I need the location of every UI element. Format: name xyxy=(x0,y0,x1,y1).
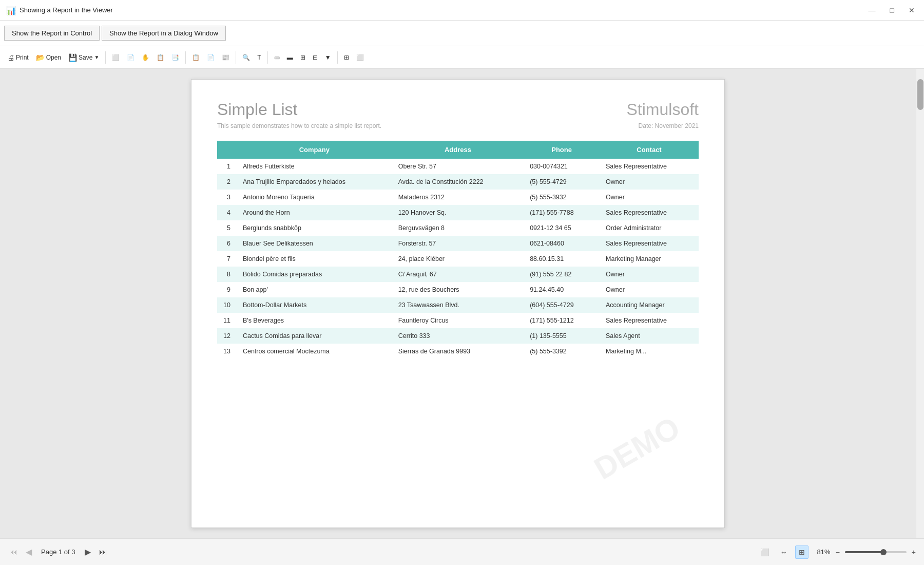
tb-btn-pg2[interactable]: 📄 xyxy=(204,52,218,63)
table-cell: Bólido Comidas preparadas xyxy=(237,267,392,282)
table-cell: 91.24.45.40 xyxy=(524,282,600,297)
tb-layout4-btn[interactable]: ⊟ xyxy=(310,52,321,63)
tb-fullscreen-btn[interactable]: ⬜ xyxy=(353,52,367,63)
statusbar-right: ⬜ ↔ ⊞ 81% − + xyxy=(757,545,918,559)
table-row: 11B's BeveragesFauntleroy Circus(171) 55… xyxy=(217,313,699,328)
show-in-dialog-button[interactable]: Show the Report in a Dialog Window xyxy=(102,26,226,41)
print-label: Print xyxy=(16,54,29,61)
toolbar: 🖨 Print 📂 Open 💾 Save ▼ ⬜ 📄 ✋ 📋 📑 📋 📄 📰 … xyxy=(0,46,924,69)
tb-page-btn[interactable]: ⬜ xyxy=(109,52,123,63)
tb-copy-btn[interactable]: 📋 xyxy=(153,52,167,63)
table-cell: Owner xyxy=(600,282,699,297)
fit-width-button[interactable]: ↔ xyxy=(777,545,791,559)
tb-search-btn[interactable]: 🔍 xyxy=(239,52,253,63)
table-cell: Sales Representative xyxy=(600,313,699,328)
row-number: 8 xyxy=(217,267,237,282)
table-cell: Owner xyxy=(600,174,699,190)
table-cell: Mataderos 2312 xyxy=(392,190,524,205)
open-icon: 📂 xyxy=(36,53,45,62)
table-row: 12Cactus Comidas para llevarCerrito 333(… xyxy=(217,328,699,344)
tb-btn-pg1[interactable]: 📋 xyxy=(189,52,203,63)
zoom-slider[interactable] xyxy=(845,551,907,553)
next-page-button[interactable]: ▶ xyxy=(82,545,94,559)
report-subtitle: This sample demonstrates how to create a… xyxy=(217,122,381,129)
table-cell: Centros comercial Moctezuma xyxy=(237,344,392,359)
pg3-icon: 📰 xyxy=(222,54,229,61)
table-cell: Fauntleroy Circus xyxy=(392,313,524,328)
chevron-down-icon: ▼ xyxy=(325,54,331,61)
single-page-view-button[interactable]: ⬜ xyxy=(757,545,773,559)
table-cell: (1) 135-5555 xyxy=(524,328,600,344)
first-page-button[interactable]: ⏮ xyxy=(6,545,21,559)
maximize-button[interactable]: □ xyxy=(887,5,897,15)
row-number: 1 xyxy=(217,159,237,174)
open-button[interactable]: 📂 Open xyxy=(33,51,64,64)
table-cell: 24, place Kléber xyxy=(392,251,524,267)
print-icon: 🖨 xyxy=(7,53,14,62)
table-cell: Antonio Moreno Taquería xyxy=(237,190,392,205)
report-meta: This sample demonstrates how to create a… xyxy=(217,122,699,130)
report-date: Date: November 2021 xyxy=(639,122,699,130)
tb-btn-pg3[interactable]: 📰 xyxy=(219,52,233,63)
table-row: 6Blauer See DelikatessenForsterstr. 5706… xyxy=(217,236,699,251)
titlebar-controls: — □ ✕ xyxy=(865,5,918,15)
report-viewer[interactable]: Simple List Stimulsoft This sample demon… xyxy=(0,69,916,538)
tb-layout5-btn[interactable]: ▼ xyxy=(322,52,334,63)
save-label: Save xyxy=(79,54,92,61)
row-number: 13 xyxy=(217,344,237,359)
row-number: 12 xyxy=(217,328,237,344)
close-button[interactable]: ✕ xyxy=(906,5,918,15)
row-number: 3 xyxy=(217,190,237,205)
table-cell: 0621-08460 xyxy=(524,236,600,251)
search-icon: 🔍 xyxy=(242,54,250,61)
minimize-button[interactable]: — xyxy=(865,5,879,15)
toolbar-separator-3 xyxy=(236,51,236,64)
table-cell: 12, rue des Bouchers xyxy=(392,282,524,297)
zoom-in-button[interactable]: + xyxy=(910,547,918,557)
page-info: Page 1 of 3 xyxy=(41,548,75,556)
table-cell: Cerrito 333 xyxy=(392,328,524,344)
table-cell: Obere Str. 57 xyxy=(392,159,524,174)
tb-nav-btn[interactable]: 📑 xyxy=(168,52,182,63)
table-row: 2Ana Trujillo Emparedados y heladosAvda.… xyxy=(217,174,699,190)
table-row: 13Centros comercial MoctezumaSierras de … xyxy=(217,344,699,359)
print-button[interactable]: 🖨 Print xyxy=(4,51,32,64)
save-button[interactable]: 💾 Save ▼ xyxy=(65,51,102,64)
tb-layout1-btn[interactable]: ▭ xyxy=(271,52,283,63)
table-cell: Bottom-Dollar Markets xyxy=(237,297,392,313)
zoom-out-button[interactable]: − xyxy=(834,547,842,557)
zoom-slider-thumb[interactable] xyxy=(880,549,887,555)
tb-zoom-btn[interactable]: ⊞ xyxy=(341,52,352,63)
table-cell: (171) 555-7788 xyxy=(524,205,600,220)
table-row: 9Bon app'12, rue des Bouchers91.24.45.40… xyxy=(217,282,699,297)
col-contact-header: Contact xyxy=(600,141,699,159)
grid-view-button[interactable]: ⊞ xyxy=(795,545,808,559)
show-in-control-button[interactable]: Show the Report in Control xyxy=(4,26,100,41)
row-number: 6 xyxy=(217,236,237,251)
report-page: Simple List Stimulsoft This sample demon… xyxy=(191,79,725,528)
table-cell: (5) 555-3392 xyxy=(524,344,600,359)
col-address-header: Address xyxy=(392,141,524,159)
tb-layout3-btn[interactable]: ⊞ xyxy=(297,52,309,63)
table-cell: (5) 555-4729 xyxy=(524,174,600,190)
last-page-button[interactable]: ⏭ xyxy=(96,545,110,559)
table-row: 5Berglunds snabbköpBerguvsvägen 80921-12… xyxy=(217,220,699,236)
tb-hand-btn[interactable]: ✋ xyxy=(139,52,152,63)
table-row: 3Antonio Moreno TaqueríaMataderos 2312(5… xyxy=(217,190,699,205)
table-cell: Blauer See Delikatessen xyxy=(237,236,392,251)
table-cell: (5) 555-3932 xyxy=(524,190,600,205)
table-cell: (91) 555 22 82 xyxy=(524,267,600,282)
report-title: Simple List xyxy=(217,100,298,119)
tb-layout2-btn[interactable]: ▬ xyxy=(284,52,296,63)
save-icon: 💾 xyxy=(68,53,77,62)
table-row: 1Alfreds FutterkisteObere Str. 57030-007… xyxy=(217,159,699,174)
row-number: 7 xyxy=(217,251,237,267)
tb-text-btn[interactable]: T xyxy=(254,52,264,63)
prev-page-button[interactable]: ◀ xyxy=(23,545,35,559)
vertical-scrollbar[interactable] xyxy=(916,69,924,538)
tb-btn-2[interactable]: 📄 xyxy=(124,52,138,63)
table-cell: Ana Trujillo Emparedados y helados xyxy=(237,174,392,190)
table-cell: Avda. de la Constitución 2222 xyxy=(392,174,524,190)
table-cell: Berguvsvägen 8 xyxy=(392,220,524,236)
scrollbar-thumb[interactable] xyxy=(917,79,923,110)
